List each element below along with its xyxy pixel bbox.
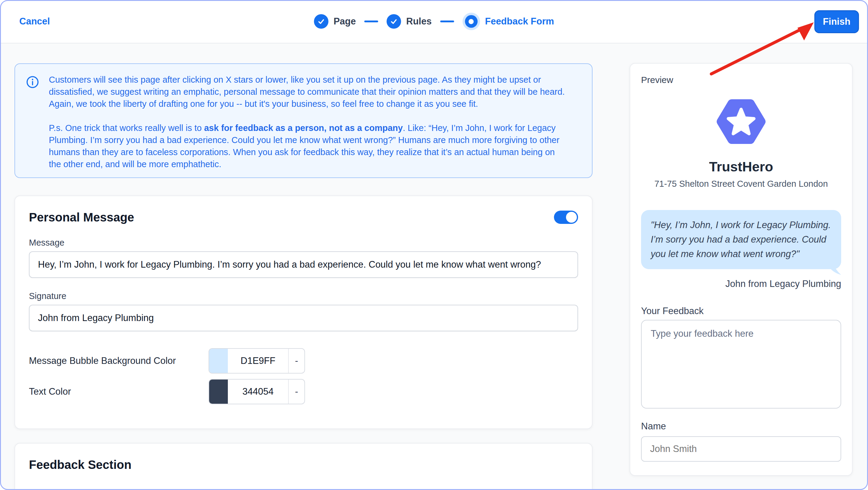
top-bar: Cancel Page Rules xyxy=(0,0,868,44)
feedback-section-card: Feedback Section xyxy=(14,443,592,490)
check-circle-icon xyxy=(387,14,401,29)
signature-input[interactable] xyxy=(29,305,578,331)
step-page[interactable]: Page xyxy=(314,14,356,29)
step-label: Feedback Form xyxy=(485,16,554,27)
app-window: Cancel Page Rules xyxy=(0,0,868,490)
text-color-label: Text Color xyxy=(29,386,209,397)
step-connector xyxy=(364,21,378,22)
brand-address: 71-75 Shelton Street Covent Garden Londo… xyxy=(641,179,841,189)
feedback-section-title: Feedback Section xyxy=(29,457,578,472)
text-color-clear-button[interactable]: - xyxy=(289,380,304,404)
info-bold-text: ask for feedback as a person, not as a c… xyxy=(204,123,403,133)
bubble-color-clear-button[interactable]: - xyxy=(289,349,304,373)
step-label: Rules xyxy=(406,16,432,27)
brand-name: TrustHero xyxy=(641,159,841,175)
bubble-color-swatch[interactable] xyxy=(209,349,228,373)
bubble-tail xyxy=(827,265,842,277)
preview-label: Preview xyxy=(641,75,841,85)
preview-panel: Preview TrustHero 71-75 Shelton Street C… xyxy=(629,63,852,476)
info-circle-icon xyxy=(26,74,39,168)
personal-message-card: Personal Message Message Signature Messa… xyxy=(14,196,592,429)
bubble-color-picker[interactable]: D1E9FF - xyxy=(209,348,305,374)
message-label: Message xyxy=(29,238,578,248)
message-input[interactable] xyxy=(29,251,578,278)
text-color-picker[interactable]: 344054 - xyxy=(209,379,305,404)
step-feedback-form[interactable]: Feedback Form xyxy=(462,13,554,30)
preview-signature: John from Legacy Plumbing xyxy=(641,278,841,290)
bubble-color-value[interactable]: D1E9FF xyxy=(228,349,288,373)
text-color-value[interactable]: 344054 xyxy=(228,380,288,404)
brand-logo xyxy=(641,96,841,147)
personal-message-toggle[interactable] xyxy=(554,211,578,224)
cancel-button[interactable]: Cancel xyxy=(19,16,50,27)
app-page: Cancel Page Rules xyxy=(0,0,868,490)
finish-button[interactable]: Finish xyxy=(814,10,859,33)
star-hexagon-badge-icon xyxy=(714,96,769,147)
info-paragraph-1: Customers will see this page after click… xyxy=(49,74,567,110)
bubble-color-row: Message Bubble Background Color D1E9FF - xyxy=(29,348,578,374)
bubble-color-label: Message Bubble Background Color xyxy=(29,355,209,366)
toggle-knob xyxy=(566,212,577,223)
text-color-row: Text Color 344054 - xyxy=(29,379,578,404)
step-label: Page xyxy=(334,16,356,27)
signature-label: Signature xyxy=(29,291,578,301)
name-input[interactable] xyxy=(641,436,841,462)
radio-dot-icon xyxy=(462,13,480,30)
message-bubble-text: "Hey, I’m John, I work for Legacy Plumbi… xyxy=(651,218,832,261)
info-banner: Customers will see this page after click… xyxy=(14,63,592,178)
stepper: Page Rules Feedback Form xyxy=(314,13,554,30)
info-text: Customers will see this page after click… xyxy=(49,74,567,168)
step-rules[interactable]: Rules xyxy=(387,14,432,29)
message-bubble-preview: "Hey, I’m John, I work for Legacy Plumbi… xyxy=(641,210,841,269)
your-feedback-label: Your Feedback xyxy=(641,305,841,317)
info-paragraph-2: P.s. One trick that works really well is… xyxy=(49,122,567,170)
text-color-swatch[interactable] xyxy=(209,380,228,404)
personal-message-title: Personal Message xyxy=(29,210,134,225)
step-connector xyxy=(440,21,454,22)
check-circle-icon xyxy=(314,14,329,29)
feedback-textarea[interactable] xyxy=(641,320,841,408)
name-label: Name xyxy=(641,421,841,432)
